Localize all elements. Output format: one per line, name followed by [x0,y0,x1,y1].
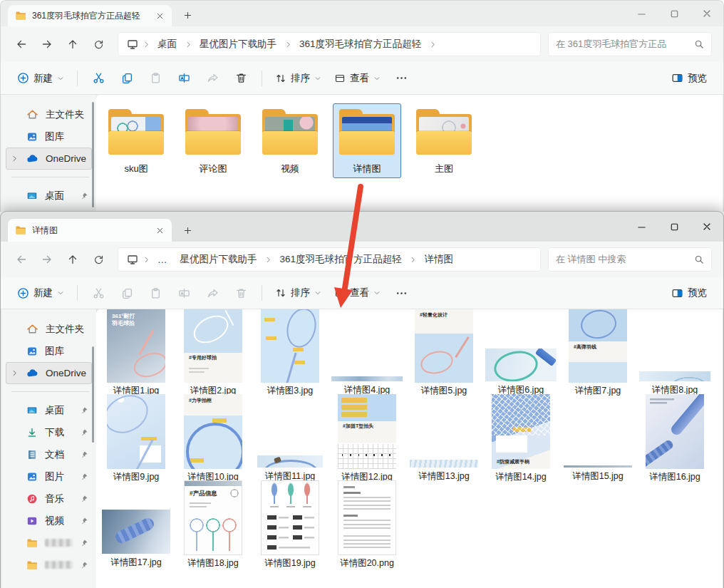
sidebar-scrollbar[interactable] [92,102,94,207]
search-icon[interactable] [694,39,704,49]
breadcrumb-current-folder[interactable]: 详情图 [418,253,460,266]
file-item-14[interactable]: #防滑减震手柄 详情图14.jpg [482,397,559,483]
file-item-12[interactable]: #加固T型拍头 详情图12.jpg [329,397,405,483]
forward-button[interactable] [35,33,59,56]
paste-button[interactable] [141,281,170,305]
chevron-right-icon[interactable] [283,41,293,48]
breadcrumb-overflow[interactable]: … [151,254,174,265]
refresh-button[interactable] [86,248,110,271]
tab-close-icon[interactable] [155,11,165,21]
expand-chevron-icon[interactable] [11,155,19,163]
back-button[interactable] [9,248,33,271]
file-item-10[interactable]: #力学拍框 详情图10.jpg [175,397,252,483]
folder-item-shipin[interactable]: 视频 [252,103,329,178]
share-button[interactable] [198,66,227,91]
file-item-2[interactable]: #专用好球拍 详情图2.jpg [175,311,252,397]
maximize-button[interactable] [658,1,691,26]
chevron-right-icon[interactable] [264,256,274,264]
new-tab-button[interactable] [177,6,197,24]
file-item-20[interactable]: 详情图20.png [329,483,405,569]
close-button[interactable] [691,1,723,26]
file-item-1[interactable]: 361°耐打 羽毛球拍 详情图1.jpg [98,311,175,397]
sidebar-item-folder-redacted-1[interactable] [6,532,92,554]
delete-button[interactable] [227,281,255,305]
cut-button[interactable] [84,281,113,305]
view-button[interactable]: 查看 [328,66,387,91]
address-bar[interactable]: 桌面 星优图片下载助手 361度羽毛球拍官方正品超轻 [118,32,541,56]
new-button[interactable]: 新建 [11,66,71,91]
more-button[interactable] [387,66,415,91]
file-item-18[interactable]: #产品信息 详情图18.jpg [175,483,252,569]
preview-toggle[interactable]: 预览 [665,66,713,91]
search-icon[interactable] [694,254,704,264]
up-button[interactable] [61,33,85,56]
expand-chevron-icon[interactable] [11,369,19,377]
breadcrumb-downloader[interactable]: 星优图片下载助手 [193,38,283,51]
search-box[interactable]: 在 361度羽毛球拍官方正品 [548,32,712,56]
new-tab-button[interactable] [177,221,197,239]
copy-button[interactable] [113,66,141,91]
back-button[interactable] [9,33,33,56]
share-button[interactable] [198,281,227,305]
rename-button[interactable] [170,281,198,305]
sidebar-item-gallery[interactable]: 图库 [6,340,92,362]
address-bar[interactable]: … 星优图片下载助手 361度羽毛球拍官方正品超轻 详情图 [118,247,541,272]
file-item-13[interactable]: 详情图13.jpg [405,397,482,483]
folder-item-xiangqing-selected[interactable]: 详情图 [329,103,405,178]
new-button[interactable]: 新建 [11,281,71,305]
preview-toggle[interactable]: 预览 [665,281,713,305]
sidebar-item-onedrive[interactable]: OneDrive [6,362,92,384]
chevron-right-icon[interactable] [183,41,193,48]
tab-detail-folder[interactable]: 详情图 [8,219,172,242]
file-item-5[interactable]: #轻量化设计 详情图5.jpg [405,311,482,397]
forward-button[interactable] [35,248,59,271]
sort-button[interactable]: 排序 [269,281,328,305]
folder-item-zhutu[interactable]: 主图 [405,103,482,178]
copy-button[interactable] [113,281,141,305]
file-item-7[interactable]: #高弹羽线 详情图7.jpg [559,311,636,397]
view-button[interactable]: 查看 [328,281,387,305]
tab-parent-folder[interactable]: 361度羽毛球拍官方正品超轻 [8,5,172,26]
sidebar-item-desktop[interactable]: 桌面 [6,399,92,421]
file-item-6[interactable]: 详情图6.jpg [482,311,559,397]
maximize-button[interactable] [658,212,691,242]
tab-close-icon[interactable] [155,226,165,235]
sidebar-item-downloads[interactable]: 下载 [6,421,92,443]
breadcrumb-downloader[interactable]: 星优图片下载助手 [174,253,264,266]
sidebar-item-pictures[interactable]: 图片 [6,465,92,488]
chevron-right-icon[interactable] [141,256,151,264]
file-item-3[interactable]: 详情图3.jpg [252,311,329,397]
cut-button[interactable] [84,66,113,91]
minimize-button[interactable] [625,1,658,26]
sidebar-scrollbar[interactable] [92,346,94,443]
sort-button[interactable]: 排序 [269,66,328,91]
file-item-19[interactable]: 详情图19.jpg [252,483,329,569]
breadcrumb-current-folder[interactable]: 361度羽毛球拍官方正品超轻 [293,38,428,51]
file-item-17[interactable]: 详情图17.jpg [98,483,175,569]
file-item-15[interactable]: 详情图15.jpg [559,397,636,483]
chevron-right-icon[interactable] [408,256,418,264]
sidebar-item-onedrive[interactable]: OneDrive [6,148,92,170]
minimize-button[interactable] [625,212,658,242]
file-item-8[interactable]: 详情图8.jpg [636,311,713,397]
breadcrumb-desktop[interactable]: 桌面 [151,38,183,51]
file-item-11[interactable]: 详情图11.jpg [252,397,329,483]
sidebar-item-videos[interactable]: 视频 [6,510,92,532]
file-item-4[interactable]: 详情图4.jpg [329,311,405,397]
more-button[interactable] [387,281,415,305]
breadcrumb-parent-folder[interactable]: 361度羽毛球拍官方正品超轻 [274,253,408,266]
file-item-16[interactable]: 详情图16.jpg [636,397,713,483]
sidebar-item-home[interactable]: 主文件夹 [6,103,92,125]
folder-item-pinglun[interactable]: 评论图 [175,103,252,178]
sidebar-item-documents[interactable]: 文档 [6,443,92,465]
up-button[interactable] [61,248,85,271]
chevron-right-icon[interactable] [141,41,151,48]
search-box[interactable]: 在 详情图 中搜索 [548,247,712,272]
sidebar-item-desktop[interactable]: 桌面 [6,185,92,207]
refresh-button[interactable] [86,33,110,56]
sidebar-item-home[interactable]: 主文件夹 [6,318,92,340]
sidebar-item-music[interactable]: 音乐 [6,488,92,510]
file-item-9[interactable]: 详情图9.jpg [98,397,175,483]
folder-item-sku[interactable]: sku图 [98,103,175,178]
sidebar-item-gallery[interactable]: 图库 [6,125,92,148]
